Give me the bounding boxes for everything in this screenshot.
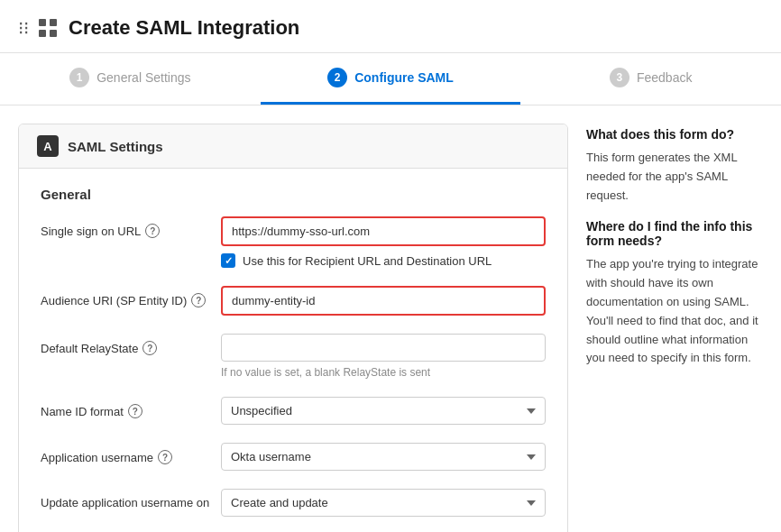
- relay-row: Default RelayState ? If no value is set,…: [41, 334, 546, 379]
- relay-label: Default RelayState ?: [41, 334, 221, 355]
- nameid-select[interactable]: Unspecified EmailAddress Persistent Tran…: [221, 397, 546, 425]
- sso-url-checkbox[interactable]: [221, 253, 235, 268]
- sidebar-heading-1: What does this form do?: [586, 127, 763, 142]
- appuser-help-icon[interactable]: ?: [158, 450, 172, 464]
- updateuser-label: Update application username on: [41, 489, 221, 509]
- content-area: A SAML Settings General Single sign on U…: [0, 105, 781, 532]
- form-body: General Single sign on URL ? Use this fo…: [19, 169, 567, 532]
- audience-input[interactable]: [221, 286, 546, 316]
- sso-url-input[interactable]: [221, 216, 546, 246]
- page-title: Create SAML Integration: [69, 16, 299, 40]
- sso-url-help-icon[interactable]: ?: [145, 224, 160, 238]
- tab-label-2: Configure SAML: [354, 70, 454, 85]
- appuser-row: Application username ? Okta username Ema…: [41, 443, 546, 471]
- sso-url-control: Use this for Recipient URL and Destinati…: [221, 216, 546, 268]
- nameid-label: Name ID format ?: [41, 397, 221, 418]
- appuser-label: Application username ?: [41, 443, 221, 464]
- updateuser-row: Update application username on Create an…: [41, 489, 546, 517]
- tab-number-2: 2: [327, 68, 347, 87]
- sso-url-checkbox-row: Use this for Recipient URL and Destinati…: [221, 253, 546, 268]
- section-header: A SAML Settings: [19, 124, 567, 169]
- tab-label-3: Feedback: [637, 70, 692, 85]
- relay-input[interactable]: [221, 334, 546, 362]
- relay-help-icon[interactable]: ?: [142, 341, 157, 355]
- svg-rect-2: [39, 30, 46, 37]
- side-panel: What does this form do? This form genera…: [586, 124, 763, 532]
- page-header: ⁝⁝ Create SAML Integration: [0, 0, 781, 53]
- appuser-control: Okta username Email Custom: [221, 443, 546, 471]
- tab-label-1: General Settings: [96, 70, 190, 85]
- appuser-select[interactable]: Okta username Email Custom: [221, 443, 546, 471]
- section-badge: A: [37, 135, 59, 157]
- audience-row: Audience URI (SP Entity ID) ?: [41, 286, 546, 316]
- audience-control: [221, 286, 546, 316]
- form-panel: A SAML Settings General Single sign on U…: [18, 124, 568, 532]
- sidebar-text-1: This form generates the XML needed for t…: [586, 149, 763, 205]
- updateuser-control: Create and update Create only: [221, 489, 546, 517]
- tab-configure-saml[interactable]: 2 Configure SAML: [261, 53, 521, 105]
- nameid-control: Unspecified EmailAddress Persistent Tran…: [221, 397, 546, 425]
- relay-control: If no value is set, a blank RelayState i…: [221, 334, 546, 379]
- subsection-title: General: [41, 187, 546, 202]
- grid-icon: ⁝⁝: [18, 17, 29, 39]
- nameid-row: Name ID format ? Unspecified EmailAddres…: [41, 397, 546, 425]
- section-title: SAML Settings: [68, 139, 163, 154]
- updateuser-select[interactable]: Create and update Create only: [221, 489, 546, 517]
- audience-label: Audience URI (SP Entity ID) ?: [41, 286, 221, 307]
- relay-hint: If no value is set, a blank RelayState i…: [221, 366, 546, 379]
- wizard-tabs: 1 General Settings 2 Configure SAML 3 Fe…: [0, 53, 781, 105]
- svg-rect-3: [50, 30, 57, 37]
- sidebar-heading-2: Where do I find the info this form needs…: [586, 219, 763, 248]
- tab-number-3: 3: [610, 68, 629, 87]
- tab-feedback[interactable]: 3 Feedback: [520, 53, 781, 105]
- tab-general-settings[interactable]: 1 General Settings: [0, 53, 261, 105]
- nameid-help-icon[interactable]: ?: [128, 404, 142, 418]
- sso-url-label: Single sign on URL ?: [41, 216, 221, 238]
- svg-rect-0: [39, 19, 46, 26]
- sso-url-row: Single sign on URL ? Use this for Recipi…: [41, 216, 546, 268]
- svg-rect-1: [50, 19, 57, 26]
- sidebar-text-2: The app you're trying to integrate with …: [586, 255, 763, 368]
- apps-icon: [38, 18, 58, 38]
- sso-url-checkbox-label: Use this for Recipient URL and Destinati…: [243, 254, 492, 268]
- audience-help-icon[interactable]: ?: [191, 293, 206, 307]
- tab-number-1: 1: [69, 68, 89, 87]
